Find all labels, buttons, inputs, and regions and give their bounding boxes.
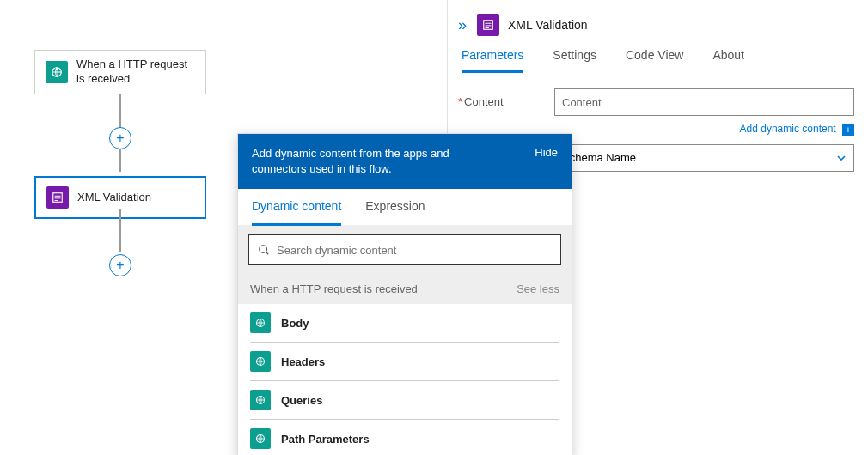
dc-group-header: When a HTTP request is received See less (238, 274, 572, 304)
popup-header: Add dynamic content from the apps and co… (238, 134, 572, 189)
svg-point-3 (260, 246, 267, 253)
dynamic-content-popup: Add dynamic content from the apps and co… (237, 133, 572, 455)
panel-header: » XML Validation (458, 9, 854, 48)
node-http-trigger[interactable]: When a HTTP request is received (34, 50, 206, 94)
dc-group-title: When a HTTP request is received (250, 282, 418, 295)
node-label: XML Validation (77, 191, 151, 205)
add-dynamic-badge-icon: + (842, 124, 854, 136)
popup-tabs: Dynamic content Expression (238, 189, 572, 226)
dc-item-path-parameters[interactable]: Path Parameters (250, 420, 559, 455)
dc-item-label: Headers (281, 355, 325, 368)
collapse-icon[interactable]: » (458, 16, 467, 34)
dc-item-body[interactable]: Body (250, 304, 559, 343)
panel-tabs: Parameters Settings Code View About (458, 48, 854, 73)
tab-about[interactable]: About (712, 48, 744, 73)
chevron-down-icon (836, 153, 847, 163)
http-icon (250, 312, 271, 333)
dc-list: Body Headers Queries Path Parameters (238, 304, 572, 455)
add-step-button-2[interactable]: + (109, 254, 131, 276)
content-label: *Content (458, 88, 554, 108)
tab-parameters[interactable]: Parameters (462, 48, 523, 73)
hide-button[interactable]: Hide (535, 146, 558, 159)
xml-validation-icon (477, 14, 499, 36)
dc-item-label: Body (281, 317, 309, 330)
search-box[interactable] (248, 234, 561, 265)
tab-settings[interactable]: Settings (553, 48, 596, 73)
connector-line (119, 209, 121, 252)
add-step-button-1[interactable]: + (109, 127, 131, 149)
add-dynamic-link[interactable]: Add dynamic content (740, 123, 836, 135)
see-less-link[interactable]: See less (517, 282, 559, 295)
schema-select-label: Schema Name (562, 151, 636, 164)
search-wrap (238, 226, 572, 274)
content-input[interactable] (554, 88, 854, 116)
dc-item-label: Path Parameters (281, 433, 370, 446)
panel-title: XML Validation (508, 18, 588, 32)
schema-select[interactable]: Schema Name (554, 144, 854, 172)
form-row-content: *Content (458, 88, 854, 116)
http-icon (46, 61, 68, 83)
dc-item-queries[interactable]: Queries (250, 381, 559, 420)
xml-validation-icon (46, 186, 69, 209)
tab-codeview[interactable]: Code View (626, 48, 683, 73)
dc-item-headers[interactable]: Headers (250, 343, 559, 381)
search-input[interactable] (277, 244, 552, 257)
http-icon (250, 390, 271, 410)
search-icon (258, 244, 270, 256)
tab-dynamic-content[interactable]: Dynamic content (252, 199, 341, 226)
http-icon (250, 428, 271, 449)
http-icon (250, 351, 271, 372)
tab-expression[interactable]: Expression (365, 199, 425, 225)
node-label: When a HTTP request is received (76, 58, 195, 87)
dc-item-label: Queries (281, 394, 322, 407)
popup-header-text: Add dynamic content from the apps and co… (252, 146, 492, 177)
